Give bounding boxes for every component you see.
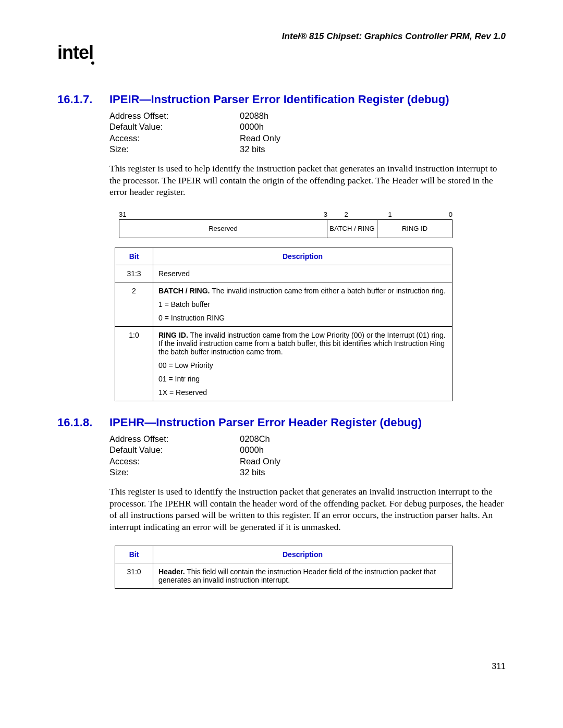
ipeir-description-table: Bit Description 31:3 Reserved 2 BATCH / …: [115, 248, 452, 401]
bit-cell: 2: [115, 282, 153, 327]
table-row: 1:0 RING ID. The invalid instruction cam…: [115, 327, 452, 401]
kv-row: Size: 32 bits: [109, 144, 506, 155]
table-row: 31:0 Header. This field will contain the…: [115, 563, 452, 588]
logo-dot: [91, 61, 94, 65]
desc-cell: Header. This field will contain the inst…: [153, 563, 452, 588]
bit-label: 31: [119, 211, 127, 218]
desc-text: This field will contain the instruction …: [158, 567, 436, 584]
desc-text: The invalid instruction came from either…: [210, 287, 446, 295]
kv-value: 32 bits: [240, 467, 265, 478]
kv-value: 0208Ch: [240, 434, 270, 445]
ipeir-paragraph: This register is used to help identify t…: [109, 163, 506, 198]
ipehr-paragraph: This register is used to identify the in…: [109, 486, 506, 533]
kv-key: Default Value:: [109, 445, 240, 455]
desc-line: 1 = Batch buffer: [158, 300, 447, 309]
page-number: 311: [57, 662, 506, 671]
intel-logo-text: intel: [57, 42, 93, 63]
ipehr-description-table: Bit Description 31:0 Header. This field …: [115, 546, 452, 589]
bit-label: 2: [327, 211, 365, 218]
kv-key: Default Value:: [109, 121, 240, 132]
table-row: 2 BATCH / RING. The invalid instruction …: [115, 282, 452, 327]
kv-key: Address Offset:: [109, 110, 240, 121]
desc-line: 1X = Reserved: [158, 388, 447, 397]
section-title: IPEHR—Instruction Parser Error Header Re…: [109, 416, 422, 429]
kv-row: Size: 32 bits: [109, 467, 506, 478]
desc-cell: BATCH / RING. The invalid instruction ca…: [153, 282, 452, 327]
kv-row: Default Value: 0000h: [109, 121, 506, 132]
desc-line: 01 = Intr ring: [158, 375, 447, 383]
section-number: 16.1.7.: [57, 93, 109, 106]
desc-lead: BATCH / RING.: [158, 287, 210, 295]
kv-key: Size:: [109, 467, 240, 478]
kv-value: Read Only: [240, 456, 280, 467]
kv-value: 02088h: [240, 110, 268, 121]
section-title: IPEIR—Instruction Parser Error Identific…: [109, 93, 449, 106]
kv-key: Size:: [109, 144, 240, 155]
table-header-description: Description: [153, 248, 452, 265]
kv-key: Address Offset:: [109, 434, 240, 445]
desc-lead: Header.: [158, 567, 185, 576]
kv-value: 0000h: [240, 445, 264, 455]
kv-row: Address Offset: 0208Ch: [109, 434, 506, 445]
bit-label: 1: [365, 211, 415, 218]
table-row: 31:3 Reserved: [115, 265, 452, 282]
bit-cell: 31:0: [115, 563, 153, 588]
bit-label: 3: [127, 211, 327, 218]
bit-cell: 1:0: [115, 327, 153, 401]
table-header-bit: Bit: [115, 546, 153, 563]
desc-cell: RING ID. The invalid instruction came fr…: [153, 327, 452, 401]
table-header-bit: Bit: [115, 248, 153, 265]
kv-row: Access: Read Only: [109, 456, 506, 467]
table-header-description: Description: [153, 546, 452, 563]
section-number: 16.1.8.: [57, 416, 109, 429]
kv-value: 0000h: [240, 121, 264, 132]
desc-lead: RING ID.: [158, 331, 188, 339]
ipeir-attributes: Address Offset: 02088h Default Value: 00…: [109, 110, 506, 155]
desc-text: The invalid instruction came from the Lo…: [158, 331, 446, 356]
bit-cell: 31:3: [115, 265, 153, 282]
bitfield-box-batch-ring: BATCH / RING: [327, 219, 377, 238]
kv-value: 32 bits: [240, 144, 265, 155]
section-heading-ipehr: 16.1.8. IPEHR—Instruction Parser Error H…: [57, 416, 506, 429]
kv-row: Access: Read Only: [109, 133, 506, 144]
ipeir-bitfield-diagram: 31 3 2 1 0 Reserved BATCH / RING RING ID: [119, 211, 452, 238]
bit-label: 0: [415, 211, 452, 218]
kv-value: Read Only: [240, 133, 280, 144]
kv-row: Default Value: 0000h: [109, 445, 506, 455]
bitfield-box-reserved: Reserved: [119, 219, 327, 238]
desc-line: 00 = Low Priority: [158, 361, 447, 369]
section-heading-ipeir: 16.1.7. IPEIR—Instruction Parser Error I…: [57, 93, 506, 106]
desc-cell: Reserved: [153, 265, 452, 282]
intel-logo: intel: [57, 42, 506, 64]
bitfield-box-ring-id: RING ID: [377, 219, 452, 238]
kv-key: Access:: [109, 456, 240, 467]
kv-key: Access:: [109, 133, 240, 144]
doc-header-title: Intel® 815 Chipset: Graphics Controller …: [57, 31, 506, 42]
desc-line: 0 = Instruction RING: [158, 314, 447, 322]
ipehr-attributes: Address Offset: 0208Ch Default Value: 00…: [109, 434, 506, 478]
kv-row: Address Offset: 02088h: [109, 110, 506, 121]
